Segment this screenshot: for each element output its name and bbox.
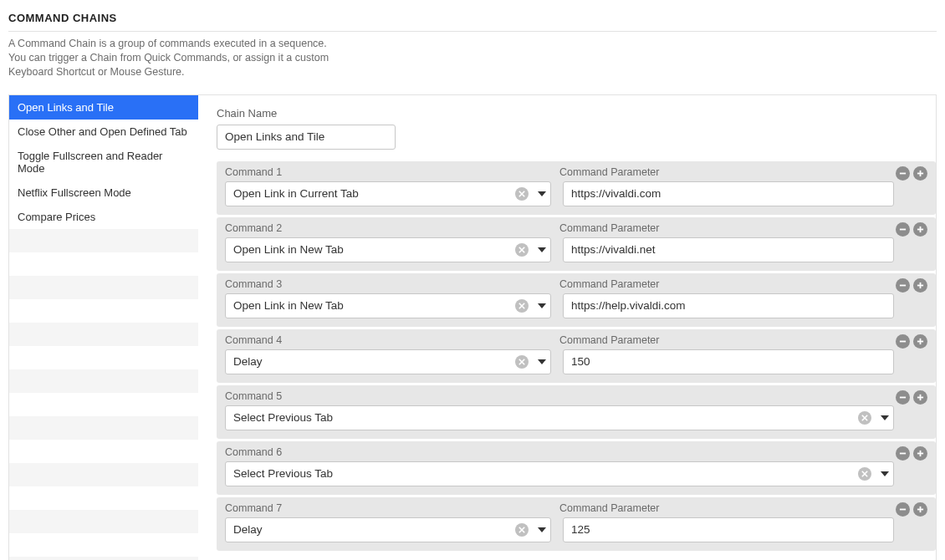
sidebar-item[interactable]: Netflix Fullscreen Mode (9, 181, 198, 205)
clear-icon[interactable] (515, 299, 529, 313)
intro-text: A Command Chain is a group of commands e… (8, 37, 343, 79)
svg-rect-9 (900, 340, 906, 342)
chevron-down-icon[interactable] (534, 303, 550, 308)
add-command-button[interactable] (913, 446, 927, 461)
command-block: Command 3Command ParameterOpen Link in N… (217, 273, 936, 327)
sidebar-empty-row (9, 416, 198, 440)
command-parameter-label: Command Parameter (559, 334, 927, 346)
sidebar-item[interactable]: Toggle Fullscreen and Reader Mode (9, 144, 198, 181)
command-select[interactable]: Delay (225, 349, 551, 374)
remove-command-button[interactable] (896, 278, 910, 293)
clear-icon[interactable] (515, 243, 529, 257)
command-label: Command 4 (225, 334, 559, 346)
svg-rect-2 (920, 171, 922, 176)
chevron-down-icon[interactable] (876, 471, 893, 476)
add-command-button[interactable] (913, 502, 927, 517)
sidebar-empty-row (9, 299, 198, 323)
sidebar-empty-row (9, 510, 198, 533)
svg-rect-0 (900, 172, 906, 174)
command-select[interactable]: Open Link in New Tab (225, 237, 551, 262)
command-block: Command 7Command ParameterDelay (217, 497, 936, 551)
svg-rect-6 (900, 284, 906, 286)
sidebar-empty-row (9, 252, 198, 276)
sidebar-empty-row (9, 557, 198, 560)
command-select-value: Delay (226, 355, 515, 368)
add-command-button[interactable] (913, 334, 927, 349)
sidebar-empty-row (9, 393, 198, 416)
command-select[interactable]: Select Previous Tab (225, 461, 894, 486)
chevron-down-icon[interactable] (876, 415, 893, 420)
command-select[interactable]: Open Link in New Tab (225, 293, 551, 318)
add-command-button[interactable] (913, 222, 927, 237)
sidebar-empty-row (9, 323, 198, 346)
chain-name-label: Chain Name (217, 107, 936, 120)
command-select-value: Open Link in Current Tab (226, 187, 515, 200)
sidebar-item-label: Close Other and Open Defined Tab (18, 125, 187, 138)
command-label: Command 6 (225, 446, 559, 458)
sidebar-item[interactable]: Close Other and Open Defined Tab (9, 120, 198, 144)
svg-rect-12 (900, 396, 906, 398)
sidebar-item[interactable]: Open Links and Tile (9, 95, 198, 120)
command-label: Command 2 (225, 222, 559, 234)
chevron-down-icon[interactable] (534, 191, 550, 196)
svg-rect-11 (920, 339, 922, 344)
sidebar-item-label: Toggle Fullscreen and Reader Mode (18, 150, 162, 175)
command-select[interactable]: Delay (225, 517, 551, 542)
sidebar-item-label: Open Links and Tile (18, 101, 114, 114)
chain-name-input[interactable] (217, 125, 396, 150)
command-block: Command 2Command ParameterOpen Link in N… (217, 217, 936, 271)
clear-icon[interactable] (858, 467, 871, 481)
svg-rect-3 (900, 228, 906, 230)
command-select[interactable]: Open Link in Current Tab (225, 181, 551, 206)
clear-icon[interactable] (515, 523, 529, 537)
command-label: Command 1 (225, 166, 559, 178)
remove-command-button[interactable] (896, 446, 910, 461)
page-title: COMMAND CHAINS (8, 12, 937, 24)
add-command-button[interactable] (913, 278, 927, 293)
sidebar-empty-row (9, 229, 198, 252)
add-command-button[interactable] (913, 166, 927, 181)
command-label: Command 5 (225, 390, 559, 402)
chevron-down-icon[interactable] (534, 359, 550, 364)
command-parameter-label: Command Parameter (559, 222, 927, 234)
sidebar-empty-row (9, 440, 198, 463)
remove-command-button[interactable] (896, 166, 910, 181)
clear-icon[interactable] (515, 355, 529, 369)
command-parameter-input[interactable] (563, 237, 894, 262)
chain-sidebar: Open Links and TileClose Other and Open … (8, 95, 198, 560)
command-block: Command 4Command ParameterDelay (217, 329, 936, 383)
command-select-value: Select Previous Tab (226, 411, 858, 424)
clear-icon[interactable] (515, 187, 529, 201)
command-parameter-input[interactable] (563, 293, 894, 318)
remove-command-button[interactable] (896, 502, 910, 517)
command-select-value: Open Link in New Tab (226, 299, 515, 312)
sidebar-item-label: Compare Prices (18, 211, 95, 223)
chain-editor: Chain Name Command 1Command ParameterOpe… (198, 95, 937, 560)
command-block: Command 6Select Previous Tab (217, 441, 936, 495)
command-parameter-input[interactable] (563, 517, 894, 542)
svg-rect-14 (920, 395, 922, 400)
svg-rect-17 (920, 451, 922, 456)
remove-command-button[interactable] (896, 390, 910, 405)
sidebar-item[interactable]: Compare Prices (9, 205, 198, 229)
command-parameter-input[interactable] (563, 349, 894, 374)
remove-command-button[interactable] (896, 222, 910, 237)
svg-rect-18 (900, 508, 906, 510)
remove-command-button[interactable] (896, 334, 910, 349)
svg-rect-5 (920, 227, 922, 232)
add-command-button[interactable] (913, 390, 927, 405)
sidebar-item-label: Netflix Fullscreen Mode (18, 186, 131, 199)
command-block: Command 5Select Previous Tab (217, 385, 936, 439)
divider (8, 31, 937, 32)
sidebar-empty-row (9, 486, 198, 510)
clear-icon[interactable] (858, 411, 871, 425)
sidebar-empty-row (9, 276, 198, 299)
command-block: Command 1Command ParameterOpen Link in C… (217, 161, 936, 215)
command-label: Command 3 (225, 278, 559, 290)
command-parameter-label: Command Parameter (559, 278, 927, 290)
chevron-down-icon[interactable] (534, 247, 550, 252)
chevron-down-icon[interactable] (534, 527, 550, 532)
sidebar-empty-row (9, 369, 198, 393)
command-select[interactable]: Select Previous Tab (225, 405, 894, 430)
command-parameter-input[interactable] (563, 181, 894, 206)
